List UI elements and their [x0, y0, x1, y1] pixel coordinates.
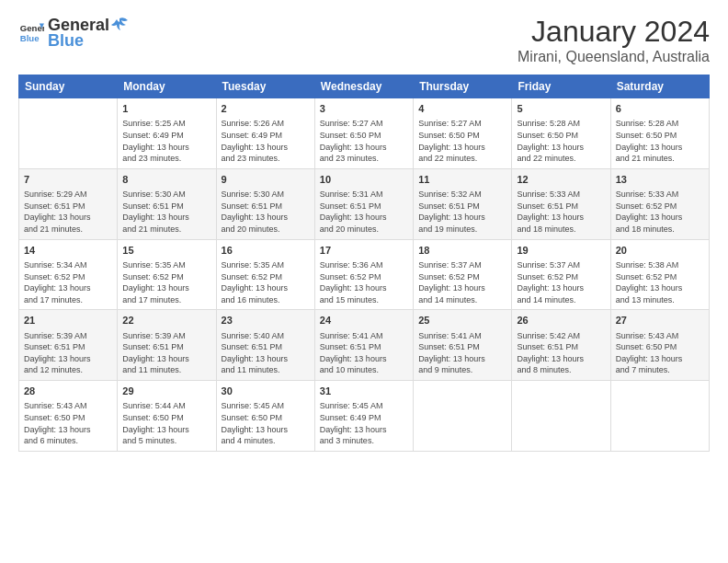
day-number: 27 — [616, 314, 704, 327]
day-number: 4 — [418, 102, 506, 116]
calendar-cell: 8Sunrise: 5:30 AM Sunset: 6:51 PM Daylig… — [118, 168, 216, 239]
day-number: 1 — [122, 102, 210, 116]
day-content: Sunrise: 5:32 AM Sunset: 6:51 PM Dayligh… — [418, 189, 506, 235]
day-number: 2 — [222, 102, 310, 116]
calendar-cell: 9Sunrise: 5:30 AM Sunset: 6:51 PM Daylig… — [216, 168, 314, 239]
logo-bird-icon — [109, 15, 130, 35]
calendar-cell: 29Sunrise: 5:44 AM Sunset: 6:50 PM Dayli… — [118, 381, 216, 452]
day-number: 6 — [616, 102, 704, 116]
calendar-cell — [610, 381, 709, 452]
day-number: 21 — [24, 314, 112, 327]
day-content: Sunrise: 5:39 AM Sunset: 6:51 PM Dayligh… — [24, 330, 112, 376]
day-number: 29 — [122, 385, 210, 398]
calendar-cell: 30Sunrise: 5:45 AM Sunset: 6:50 PM Dayli… — [216, 381, 314, 452]
day-number: 19 — [517, 244, 605, 258]
day-number: 5 — [517, 102, 605, 116]
logo: General Blue General Blue — [18, 15, 130, 51]
month-title: January 2024 — [518, 15, 710, 49]
calendar-cell — [19, 98, 118, 169]
day-content: Sunrise: 5:26 AM Sunset: 6:49 PM Dayligh… — [222, 118, 310, 164]
day-content: Sunrise: 5:44 AM Sunset: 6:50 PM Dayligh… — [122, 400, 210, 446]
calendar-cell: 11Sunrise: 5:32 AM Sunset: 6:51 PM Dayli… — [414, 168, 512, 239]
svg-text:Blue: Blue — [20, 32, 40, 42]
day-content: Sunrise: 5:38 AM Sunset: 6:52 PM Dayligh… — [616, 259, 704, 305]
day-number: 11 — [418, 173, 506, 187]
day-number: 22 — [122, 314, 210, 327]
weekday-header-thursday: Thursday — [414, 75, 512, 98]
calendar-week-row: 1Sunrise: 5:25 AM Sunset: 6:49 PM Daylig… — [19, 98, 710, 169]
calendar-cell — [512, 381, 610, 452]
weekday-header-monday: Monday — [118, 75, 216, 98]
calendar-cell: 14Sunrise: 5:34 AM Sunset: 6:52 PM Dayli… — [19, 239, 118, 310]
calendar-cell: 26Sunrise: 5:42 AM Sunset: 6:51 PM Dayli… — [512, 310, 610, 381]
day-content: Sunrise: 5:41 AM Sunset: 6:51 PM Dayligh… — [418, 330, 506, 376]
calendar-week-row: 7Sunrise: 5:29 AM Sunset: 6:51 PM Daylig… — [19, 168, 710, 239]
calendar-cell: 31Sunrise: 5:45 AM Sunset: 6:49 PM Dayli… — [314, 381, 413, 452]
day-content: Sunrise: 5:36 AM Sunset: 6:52 PM Dayligh… — [320, 259, 408, 305]
logo-icon: General Blue — [18, 20, 44, 46]
day-number: 25 — [418, 314, 506, 327]
title-block: January 2024 Mirani, Queensland, Austral… — [518, 15, 710, 65]
calendar-cell: 4Sunrise: 5:27 AM Sunset: 6:50 PM Daylig… — [414, 98, 512, 169]
day-content: Sunrise: 5:34 AM Sunset: 6:52 PM Dayligh… — [24, 259, 112, 305]
day-number: 9 — [222, 173, 310, 187]
calendar-cell: 25Sunrise: 5:41 AM Sunset: 6:51 PM Dayli… — [414, 310, 512, 381]
calendar-week-row: 14Sunrise: 5:34 AM Sunset: 6:52 PM Dayli… — [19, 239, 710, 310]
day-number: 3 — [320, 102, 408, 116]
day-number: 13 — [616, 173, 704, 187]
day-number: 18 — [418, 244, 506, 258]
page-container: General Blue General Blue January 2024 M… — [0, 0, 728, 461]
day-number: 20 — [616, 244, 704, 258]
calendar-cell: 10Sunrise: 5:31 AM Sunset: 6:51 PM Dayli… — [314, 168, 413, 239]
weekday-header-row: SundayMondayTuesdayWednesdayThursdayFrid… — [19, 75, 710, 98]
day-content: Sunrise: 5:27 AM Sunset: 6:50 PM Dayligh… — [418, 118, 506, 164]
weekday-header-wednesday: Wednesday — [314, 75, 413, 98]
day-content: Sunrise: 5:43 AM Sunset: 6:50 PM Dayligh… — [616, 330, 704, 376]
day-number: 26 — [517, 314, 605, 327]
weekday-header-friday: Friday — [512, 75, 610, 98]
day-content: Sunrise: 5:39 AM Sunset: 6:51 PM Dayligh… — [122, 330, 210, 376]
day-number: 8 — [122, 173, 210, 187]
day-number: 24 — [320, 314, 408, 327]
calendar-cell: 2Sunrise: 5:26 AM Sunset: 6:49 PM Daylig… — [216, 98, 314, 169]
calendar-cell: 17Sunrise: 5:36 AM Sunset: 6:52 PM Dayli… — [314, 239, 413, 310]
day-content: Sunrise: 5:37 AM Sunset: 6:52 PM Dayligh… — [517, 259, 605, 305]
day-content: Sunrise: 5:43 AM Sunset: 6:50 PM Dayligh… — [24, 400, 112, 446]
day-content: Sunrise: 5:45 AM Sunset: 6:50 PM Dayligh… — [222, 400, 310, 446]
day-number: 28 — [24, 385, 112, 398]
calendar-week-row: 21Sunrise: 5:39 AM Sunset: 6:51 PM Dayli… — [19, 310, 710, 381]
calendar-cell: 12Sunrise: 5:33 AM Sunset: 6:51 PM Dayli… — [512, 168, 610, 239]
day-content: Sunrise: 5:28 AM Sunset: 6:50 PM Dayligh… — [616, 118, 704, 164]
day-content: Sunrise: 5:33 AM Sunset: 6:51 PM Dayligh… — [517, 189, 605, 235]
day-content: Sunrise: 5:28 AM Sunset: 6:50 PM Dayligh… — [517, 118, 605, 164]
calendar-cell: 16Sunrise: 5:35 AM Sunset: 6:52 PM Dayli… — [216, 239, 314, 310]
calendar-cell: 23Sunrise: 5:40 AM Sunset: 6:51 PM Dayli… — [216, 310, 314, 381]
calendar-cell: 13Sunrise: 5:33 AM Sunset: 6:52 PM Dayli… — [610, 168, 709, 239]
day-number: 23 — [222, 314, 310, 327]
calendar-cell: 24Sunrise: 5:41 AM Sunset: 6:51 PM Dayli… — [314, 310, 413, 381]
weekday-header-sunday: Sunday — [19, 75, 118, 98]
day-number: 17 — [320, 244, 408, 258]
calendar-table: SundayMondayTuesdayWednesdayThursdayFrid… — [18, 75, 710, 452]
calendar-cell: 22Sunrise: 5:39 AM Sunset: 6:51 PM Dayli… — [118, 310, 216, 381]
day-content: Sunrise: 5:27 AM Sunset: 6:50 PM Dayligh… — [320, 118, 408, 164]
calendar-cell: 3Sunrise: 5:27 AM Sunset: 6:50 PM Daylig… — [314, 98, 413, 169]
calendar-cell: 28Sunrise: 5:43 AM Sunset: 6:50 PM Dayli… — [19, 381, 118, 452]
day-content: Sunrise: 5:41 AM Sunset: 6:51 PM Dayligh… — [320, 330, 408, 376]
day-number: 7 — [24, 173, 112, 187]
day-number: 14 — [24, 244, 112, 258]
calendar-cell: 20Sunrise: 5:38 AM Sunset: 6:52 PM Dayli… — [610, 239, 709, 310]
day-number: 31 — [320, 385, 408, 398]
day-number: 16 — [222, 244, 310, 258]
weekday-header-saturday: Saturday — [610, 75, 709, 98]
day-content: Sunrise: 5:37 AM Sunset: 6:52 PM Dayligh… — [418, 259, 506, 305]
day-number: 30 — [222, 385, 310, 398]
day-content: Sunrise: 5:33 AM Sunset: 6:52 PM Dayligh… — [616, 189, 704, 235]
location-title: Mirani, Queensland, Australia — [518, 49, 710, 65]
day-content: Sunrise: 5:35 AM Sunset: 6:52 PM Dayligh… — [122, 259, 210, 305]
calendar-cell: 15Sunrise: 5:35 AM Sunset: 6:52 PM Dayli… — [118, 239, 216, 310]
calendar-cell: 1Sunrise: 5:25 AM Sunset: 6:49 PM Daylig… — [118, 98, 216, 169]
calendar-cell: 6Sunrise: 5:28 AM Sunset: 6:50 PM Daylig… — [610, 98, 709, 169]
calendar-week-row: 28Sunrise: 5:43 AM Sunset: 6:50 PM Dayli… — [19, 381, 710, 452]
day-content: Sunrise: 5:45 AM Sunset: 6:49 PM Dayligh… — [320, 400, 408, 446]
